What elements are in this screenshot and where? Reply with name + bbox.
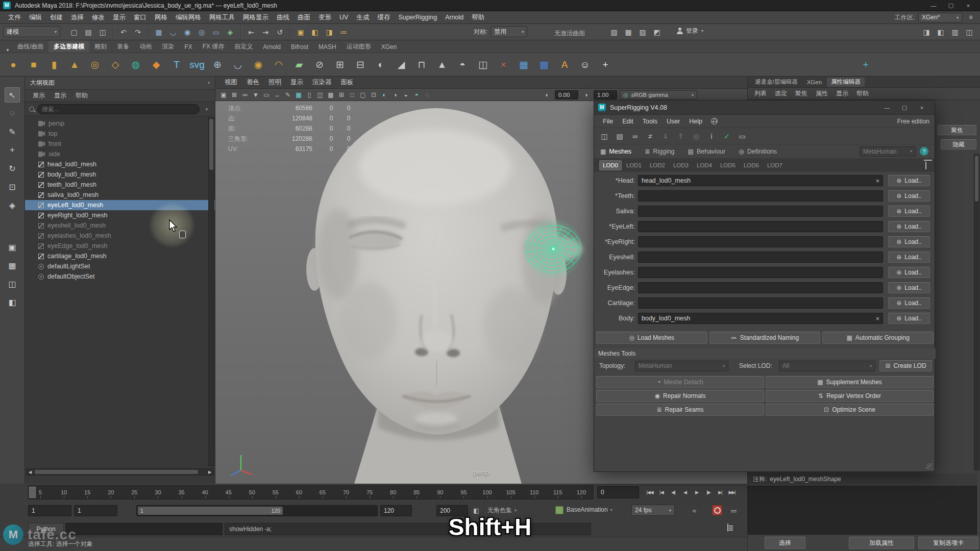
- resolution-gate-icon[interactable]: ◫: [315, 90, 325, 99]
- menu-item[interactable]: 网格显示: [239, 13, 273, 22]
- attribute-editor-menu-item[interactable]: 聚焦: [792, 89, 811, 98]
- workspace-selector[interactable]: XGen*▾: [918, 13, 962, 22]
- construction-history-icon[interactable]: ↺: [273, 26, 286, 38]
- bookmark-icon[interactable]: ◧: [472, 506, 481, 515]
- lod-tab[interactable]: LOD3: [670, 160, 692, 170]
- load-field-button[interactable]: ⊕ Load..: [888, 313, 930, 324]
- go-to-start-button[interactable]: |◀◀: [644, 487, 655, 498]
- shelf-poly-disc-icon[interactable]: ◍: [127, 56, 145, 74]
- shelf-tab[interactable]: 多边形建模: [48, 41, 89, 53]
- workspace-options-icon[interactable]: ≡: [966, 14, 976, 21]
- shelf-combine-icon[interactable]: ⊞: [331, 56, 349, 74]
- shelf-bridge-icon[interactable]: ⊓: [412, 56, 431, 74]
- current-time-field[interactable]: 0: [597, 486, 639, 498]
- ae-hide-button[interactable]: 隐藏: [941, 139, 976, 149]
- output-connections-icon[interactable]: ⇥: [259, 26, 272, 38]
- scroll-left-icon[interactable]: ◀: [27, 469, 34, 475]
- superrigging-menu-item[interactable]: Edit: [618, 118, 638, 125]
- snap-point-icon[interactable]: ◉: [181, 26, 194, 38]
- sr-tool-button[interactable]: ≣ Repair Seams: [596, 404, 764, 416]
- menu-item[interactable]: 选择: [67, 13, 88, 22]
- shelf-poly-cylinder-icon[interactable]: ▮: [45, 56, 63, 74]
- lod-tab[interactable]: LOD0: [599, 160, 622, 170]
- undo-icon[interactable]: ↶: [117, 26, 130, 38]
- load-field-button[interactable]: ⊕ Load..: [888, 175, 930, 186]
- animation-end-field[interactable]: 200: [436, 505, 468, 516]
- shelf-rig-cross-icon[interactable]: +: [596, 56, 615, 74]
- animation-preferences-icon[interactable]: ≔: [729, 506, 739, 515]
- object-mode-icon[interactable]: ▩: [622, 26, 635, 38]
- attribute-editor-menu-item[interactable]: 选定: [771, 89, 791, 98]
- outliner-vscrollbar[interactable]: [208, 117, 214, 466]
- play-backwards-button[interactable]: ◀: [679, 487, 691, 498]
- menu-item[interactable]: UV: [335, 14, 352, 21]
- snap-grid-icon[interactable]: ▦: [152, 26, 165, 38]
- save-scene-icon[interactable]: ◫: [96, 26, 109, 38]
- delete-lod-icon[interactable]: [925, 162, 926, 169]
- field-chart-icon[interactable]: ⊞: [336, 90, 347, 99]
- outliner-item[interactable]: eyelashes_lod0_mesh: [25, 231, 215, 241]
- sr-tool-button[interactable]: ⊡ Optimize Scene: [766, 404, 934, 416]
- fps-selector[interactable]: 24 fps▾: [631, 505, 675, 516]
- mesh-slot-field[interactable]: ×: [638, 252, 883, 263]
- shelf-tab[interactable]: 曲线/曲面: [12, 41, 48, 53]
- panel-menu-icon[interactable]: ▾: [208, 81, 210, 85]
- ae-focus-button[interactable]: 聚焦: [938, 125, 976, 135]
- mesh-slot-field[interactable]: ×: [638, 267, 883, 278]
- shelf-svg-tool-icon[interactable]: svg: [188, 56, 206, 74]
- layout-hypershade-persp[interactable]: ◧: [5, 294, 20, 310]
- lasso-select-tool[interactable]: ◌: [5, 106, 20, 121]
- ae-select-button[interactable]: 选择: [765, 537, 805, 549]
- sr-close-button[interactable]: ×: [913, 103, 930, 113]
- anim-layer-selector[interactable]: BaseAnimation▾: [567, 506, 612, 513]
- superrigging-tab[interactable]: ▦ Meshes: [600, 148, 631, 155]
- menu-item[interactable]: 文件: [4, 13, 25, 22]
- menu-item[interactable]: 修改: [88, 13, 109, 22]
- go-to-end-button[interactable]: ▶▶|: [726, 487, 738, 498]
- superrigging-menu-item[interactable]: File: [598, 118, 618, 125]
- superrigging-tab[interactable]: ▤ Behaviour: [688, 148, 726, 155]
- anim-curve-icon[interactable]: ≈: [689, 506, 699, 515]
- shelf-tab[interactable]: 渲染: [157, 41, 179, 53]
- shelf-boolean-icon[interactable]: ◐: [372, 56, 390, 74]
- sr-info-icon[interactable]: i: [706, 131, 717, 141]
- outliner-hscrollbar[interactable]: ◀ ▶: [26, 468, 214, 475]
- viewport-menu-item[interactable]: 渲染器: [308, 78, 336, 87]
- occlusion-icon[interactable]: ◒: [401, 90, 411, 99]
- shelf-bevel-icon[interactable]: ◢: [392, 56, 410, 74]
- rotate-tool[interactable]: ↻: [5, 161, 20, 176]
- outliner-item[interactable]: cartilage_lod0_mesh: [25, 251, 215, 261]
- ipr-render-icon[interactable]: ◨: [323, 26, 336, 38]
- menu-set-selector[interactable]: 建模▾: [3, 26, 60, 37]
- attribute-editor-menu-item[interactable]: 列表: [751, 89, 770, 98]
- scale-tool[interactable]: ⊡: [5, 179, 20, 194]
- shelf-tab[interactable]: 雕刻: [89, 41, 112, 53]
- mesh-slot-field[interactable]: ×: [638, 236, 883, 247]
- menu-item[interactable]: 编辑网格: [172, 13, 205, 22]
- lod-tab[interactable]: LOD1: [623, 160, 645, 170]
- play-forwards-button[interactable]: ▶: [691, 487, 702, 498]
- viewport-menu-item[interactable]: 着色: [242, 78, 263, 87]
- motion-blur-icon[interactable]: ◌: [422, 90, 432, 99]
- sr-save-icon[interactable]: ◫: [599, 131, 609, 141]
- outliner-item[interactable]: eyeshell_lod0_mesh: [25, 220, 215, 231]
- menu-item[interactable]: 变形: [314, 13, 335, 22]
- step-forward-key-button[interactable]: ▶|: [715, 487, 726, 498]
- outliner-item[interactable]: eyeEdge_lod0_mesh: [25, 241, 215, 251]
- menu-item[interactable]: SuperRigging: [394, 14, 441, 21]
- two-d-pan-zoom-icon[interactable]: ↔: [272, 90, 282, 99]
- outliner-item[interactable]: body_lod0_mesh: [25, 169, 215, 180]
- move-tool[interactable]: +: [5, 142, 20, 158]
- outliner-item[interactable]: top: [25, 129, 215, 139]
- film-gate-icon[interactable]: ▯: [304, 90, 314, 99]
- superrigging-tab[interactable]: ◎ Definitions: [739, 148, 777, 155]
- camera-attributes-icon[interactable]: ≔: [240, 90, 250, 99]
- shelf-multi-cut-icon[interactable]: ⊘: [310, 56, 329, 74]
- shelf-poly-sphere-icon[interactable]: ●: [4, 56, 22, 74]
- resize-grip[interactable]: [926, 463, 933, 470]
- outliner-item[interactable]: persp: [25, 118, 215, 129]
- superrigging-menu-item[interactable]: Help: [684, 118, 707, 125]
- outliner-item[interactable]: eyeRight_lod0_mesh: [25, 210, 215, 220]
- lod-tab[interactable]: LOD5: [717, 160, 739, 170]
- superrigging-title-bar[interactable]: M SuperRigging V4.08 —▢×: [594, 101, 935, 115]
